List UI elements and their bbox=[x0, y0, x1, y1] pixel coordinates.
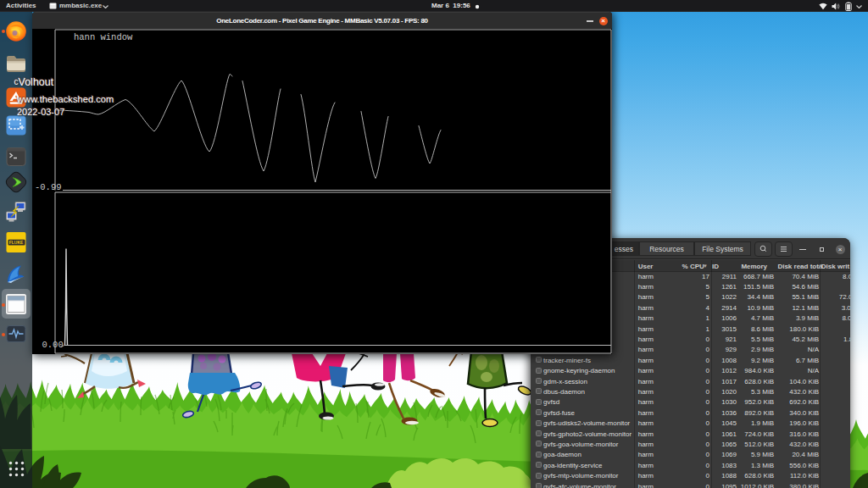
svg-text:FLUKE: FLUKE bbox=[9, 240, 24, 245]
svg-text:0.00: 0.00 bbox=[42, 339, 64, 349]
svg-text:hann window: hann window bbox=[74, 31, 133, 42]
svg-text:-0.99: -0.99 bbox=[35, 181, 62, 191]
